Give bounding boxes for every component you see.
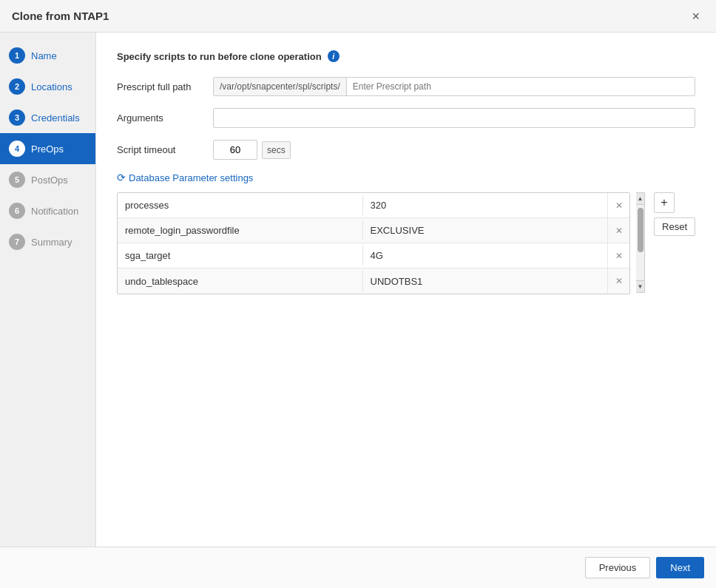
param-delete-4[interactable]: ✕	[607, 268, 629, 294]
timeout-input[interactable]	[213, 140, 257, 160]
sidebar-item-label-2: Locations	[31, 81, 72, 92]
sidebar-item-credentials[interactable]: 3 Credentials	[0, 102, 95, 133]
modal-footer: Previous Next	[0, 547, 716, 588]
reset-button[interactable]: Reset	[654, 217, 695, 236]
modal-header: Clone from NTAP1 ×	[0, 0, 716, 33]
script-timeout-row: Script timeout secs	[117, 140, 695, 160]
prescript-input[interactable]	[347, 78, 695, 95]
table-row: sga_target 4G ✕	[118, 243, 629, 268]
step-circle-6: 6	[9, 203, 25, 219]
sidebar-item-label-1: Name	[31, 50, 57, 61]
scroll-down-arrow[interactable]: ▼	[636, 280, 644, 292]
param-name-3: sga_target	[118, 246, 363, 266]
param-name-2: remote_login_passwordfile	[118, 220, 363, 240]
scroll-thumb	[638, 208, 644, 252]
sidebar-item-postops: 5 PostOps	[0, 164, 95, 195]
script-timeout-label: Script timeout	[117, 144, 206, 155]
sidebar-item-label-4: PreOps	[31, 143, 64, 155]
modal-title: Clone from NTAP1	[12, 10, 109, 22]
arguments-input[interactable]	[213, 108, 695, 128]
prescript-label: Prescript full path	[117, 81, 206, 92]
step-circle-3: 3	[9, 109, 25, 126]
prescript-prefix: /var/opt/snapcenter/spl/scripts/	[214, 78, 347, 95]
param-name-1: processes	[118, 195, 363, 215]
close-button[interactable]: ×	[687, 8, 704, 24]
sidebar-item-name[interactable]: 1 Name	[0, 40, 95, 71]
param-value-4: UNDOTBS1	[363, 271, 608, 291]
sidebar-item-label-3: Credentials	[31, 112, 80, 124]
section-title: Specify scripts to run before clone oper…	[117, 50, 695, 62]
scroll-up-arrow[interactable]: ▲	[636, 193, 644, 205]
param-name-4: undo_tablespace	[118, 271, 363, 291]
param-value-3: 4G	[363, 246, 608, 266]
sidebar-item-notification: 6 Notification	[0, 195, 95, 226]
prescript-input-group: /var/opt/snapcenter/spl/scripts/	[213, 77, 695, 96]
db-param-link[interactable]: ⟳ Database Parameter settings	[117, 172, 695, 183]
secs-label: secs	[262, 141, 291, 159]
modal-body: 1 Name 2 Locations 3 Credentials 4 PreOp…	[0, 33, 716, 547]
param-value-2: EXCLUSIVE	[363, 220, 608, 240]
arguments-row: Arguments	[117, 108, 695, 128]
param-delete-2[interactable]: ✕	[607, 218, 629, 243]
previous-button[interactable]: Previous	[585, 557, 651, 578]
table-scrollbar: ▲ ▼	[636, 192, 645, 293]
sidebar-item-preops[interactable]: 4 PreOps	[0, 133, 95, 164]
step-circle-5: 5	[9, 172, 25, 188]
param-table: processes 320 ✕ remote_login_passwordfil…	[117, 192, 630, 294]
sidebar-item-summary: 7 Summary	[0, 226, 95, 257]
sidebar-item-locations[interactable]: 2 Locations	[0, 71, 95, 102]
table-row: remote_login_passwordfile EXCLUSIVE ✕	[118, 218, 629, 243]
next-button[interactable]: Next	[656, 557, 704, 578]
step-circle-2: 2	[9, 78, 25, 95]
refresh-icon: ⟳	[117, 172, 126, 183]
table-actions: + Reset	[654, 192, 695, 236]
content-area: Specify scripts to run before clone oper…	[96, 33, 716, 547]
param-value-1: 320	[363, 195, 608, 215]
table-row: undo_tablespace UNDOTBS1 ✕	[118, 268, 629, 294]
db-param-label: Database Parameter settings	[129, 172, 253, 183]
step-circle-1: 1	[9, 47, 25, 64]
sidebar: 1 Name 2 Locations 3 Credentials 4 PreOp…	[0, 33, 96, 547]
modal: Clone from NTAP1 × 1 Name 2 Locations 3 …	[0, 0, 716, 588]
table-row: processes 320 ✕	[118, 193, 629, 218]
step-circle-7: 7	[9, 234, 25, 250]
param-table-container: processes 320 ✕ remote_login_passwordfil…	[117, 192, 695, 294]
info-icon[interactable]: i	[328, 50, 340, 62]
timeout-group: secs	[213, 140, 291, 160]
add-param-button[interactable]: +	[654, 192, 675, 213]
param-delete-1[interactable]: ✕	[607, 193, 629, 217]
sidebar-item-label-7: Summary	[31, 237, 72, 248]
sidebar-item-label-6: Notification	[31, 206, 78, 217]
param-delete-3[interactable]: ✕	[607, 243, 629, 268]
sidebar-item-label-5: PostOps	[31, 175, 68, 186]
section-title-text: Specify scripts to run before clone oper…	[117, 51, 322, 62]
prescript-row: Prescript full path /var/opt/snapcenter/…	[117, 77, 695, 96]
step-circle-4: 4	[9, 141, 25, 157]
arguments-label: Arguments	[117, 112, 206, 124]
